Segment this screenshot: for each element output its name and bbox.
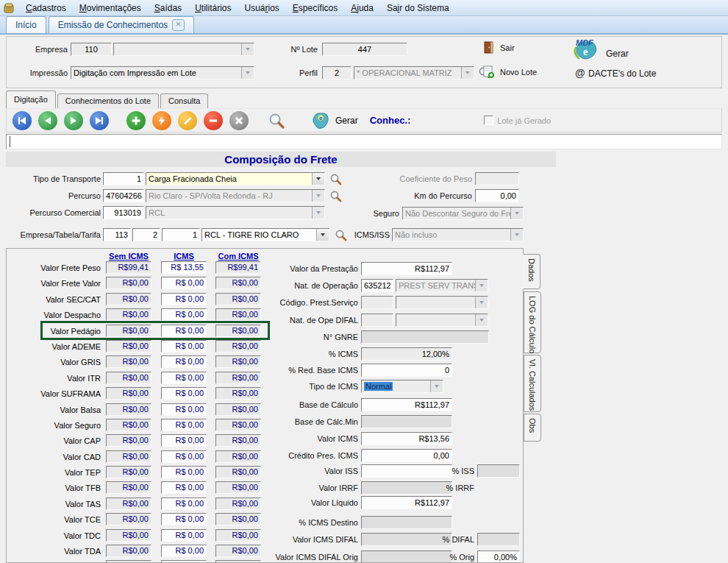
- base-calculo-field[interactable]: R$112,97: [361, 398, 452, 411]
- value-sem-icms-field[interactable]: R$0,00: [106, 481, 151, 494]
- impressao-combo[interactable]: Digitação com Impressão em Lote: [71, 66, 254, 79]
- value-com-icms-field[interactable]: R$0,00: [215, 372, 261, 384]
- dropdown-button[interactable]: [316, 229, 329, 241]
- tab-emissao-de-conhecimentos[interactable]: Emissão de Conhecimentos ✕: [49, 16, 194, 33]
- menu-item-8[interactable]: Sair do Sistema: [380, 1, 456, 15]
- pct-icms-field[interactable]: 12,00%: [361, 347, 452, 361]
- percurso-comercial-code-field[interactable]: 913019: [103, 206, 144, 219]
- valor-liquido-field[interactable]: R$112,97: [361, 496, 452, 509]
- ett-combo[interactable]: RCL - TIGRE RIO CLARO: [201, 228, 329, 241]
- value-com-icms-field[interactable]: R$0,00: [215, 529, 261, 542]
- search-icon[interactable]: [268, 112, 285, 130]
- pct-orig-field[interactable]: 0,00%: [477, 550, 520, 563]
- value-icms-field[interactable]: R$ 0,00: [161, 466, 207, 478]
- value-com-icms-field[interactable]: R$0,00: [215, 466, 261, 478]
- value-com-icms-field[interactable]: R$0,00: [215, 325, 261, 337]
- menu-item-1[interactable]: Cadastros: [19, 1, 73, 15]
- side-tab-dados[interactable]: Dados: [523, 254, 540, 289]
- tab-consulta[interactable]: Consulta: [160, 93, 208, 108]
- value-com-icms-field[interactable]: R$0,00: [215, 498, 261, 510]
- value-sem-icms-field[interactable]: R$0,00: [106, 308, 151, 321]
- lote-field[interactable]: 447: [322, 43, 407, 56]
- value-sem-icms-field[interactable]: R$0,00: [106, 513, 151, 525]
- value-com-icms-field[interactable]: R$0,00: [215, 545, 261, 557]
- lote-ja-gerado-checkbox[interactable]: [484, 116, 493, 125]
- icms-iss-combo[interactable]: Não incluso: [392, 228, 524, 241]
- novo-lote-button[interactable]: Novo Lote: [500, 68, 537, 77]
- value-icms-field[interactable]: R$ 0,00: [161, 387, 207, 400]
- value-icms-field[interactable]: R$ 0,00: [161, 403, 207, 416]
- pct-red-base-icms-field[interactable]: 0: [361, 364, 452, 377]
- side-tab-log-do-calculo[interactable]: LOG do Cálculo: [524, 291, 541, 353]
- percurso-code-field[interactable]: 47604266: [103, 189, 144, 202]
- value-sem-icms-field[interactable]: R$0,00: [106, 325, 151, 337]
- menu-item-4[interactable]: Utilitários: [188, 1, 238, 15]
- codigo-prest-servico-code-field[interactable]: [361, 296, 393, 309]
- sair-button[interactable]: Sair: [500, 43, 515, 52]
- tipo-icms-combo[interactable]: Normal: [361, 380, 443, 393]
- pct-iss-field[interactable]: [477, 464, 520, 478]
- nat-operacao-combo[interactable]: PREST SERV TRANSI: [396, 279, 488, 292]
- base-calc-min-field[interactable]: [361, 415, 452, 428]
- first-record-icon[interactable]: [13, 111, 32, 130]
- value-sem-icms-field[interactable]: R$0,00: [106, 450, 151, 463]
- value-com-icms-field[interactable]: R$0,00: [215, 434, 261, 447]
- menu-item-2[interactable]: Movimentações: [73, 1, 148, 15]
- value-com-icms-field[interactable]: R$0,00: [215, 277, 261, 289]
- value-sem-icms-field[interactable]: R$0,00: [106, 372, 151, 384]
- delete-record-icon[interactable]: [204, 111, 223, 130]
- ett-tarifa-field[interactable]: 1: [162, 228, 200, 241]
- dropdown-button[interactable]: [475, 314, 488, 326]
- empresa-name-combo[interactable]: [113, 43, 254, 56]
- dropdown-button[interactable]: [241, 43, 254, 55]
- value-icms-field[interactable]: R$ 0,00: [161, 277, 207, 289]
- dropdown-button[interactable]: [312, 207, 324, 219]
- ett-tabela-field[interactable]: 2: [132, 228, 160, 241]
- percurso-combo[interactable]: Rio Claro - SP/Volta Redonda - RJ: [146, 189, 325, 202]
- dacte-do-lote-button[interactable]: DACTE's do Lote: [588, 68, 656, 79]
- codigo-prest-servico-combo[interactable]: [396, 296, 488, 309]
- close-tab-icon[interactable]: ✕: [172, 19, 185, 31]
- value-icms-field[interactable]: R$ 0,00: [161, 560, 207, 563]
- cancel-icon[interactable]: [229, 111, 249, 130]
- value-sem-icms-field[interactable]: R$0,00: [106, 466, 151, 478]
- value-sem-icms-field[interactable]: R$0,00: [106, 434, 151, 447]
- gerar-conhecimento-button[interactable]: Gerar: [335, 116, 358, 126]
- last-record-icon[interactable]: [90, 111, 109, 130]
- credito-pres-icms-field[interactable]: 0,00: [361, 449, 452, 462]
- tipo-transporte-code-field[interactable]: 1: [103, 172, 144, 185]
- menu-item-6[interactable]: Específicos: [286, 1, 344, 15]
- value-com-icms-field[interactable]: R$0,00: [215, 308, 261, 321]
- edit-pencil-icon[interactable]: [178, 111, 197, 130]
- value-icms-field[interactable]: R$ 0,00: [161, 498, 207, 510]
- value-sem-icms-field[interactable]: R$0,00: [106, 529, 151, 542]
- value-icms-field[interactable]: R$ 13,55: [161, 261, 207, 274]
- value-sem-icms-field[interactable]: R$0,00: [106, 340, 151, 353]
- ett-empresa-field[interactable]: 113: [103, 228, 131, 241]
- tab-conhecimentos-do-lote[interactable]: Conhecimentos do Lote: [57, 93, 159, 108]
- value-icms-field[interactable]: R$ 0,00: [161, 325, 207, 337]
- menu-item-3[interactable]: Saídas: [148, 1, 188, 15]
- value-com-icms-field[interactable]: R$0,00: [215, 513, 261, 525]
- value-sem-icms-field[interactable]: R$99,41: [106, 261, 151, 274]
- dropdown-button[interactable]: [510, 208, 523, 219]
- value-sem-icms-field[interactable]: R$0,00: [106, 419, 151, 431]
- value-sem-icms-field[interactable]: R$0,00: [106, 498, 151, 510]
- value-com-icms-field[interactable]: R$0,00: [215, 387, 261, 400]
- value-icms-field[interactable]: R$ 0,00: [161, 529, 207, 542]
- value-icms-field[interactable]: R$ 0,00: [161, 372, 207, 384]
- value-com-icms-field[interactable]: R$99,41: [215, 261, 261, 274]
- valor-prestacao-field[interactable]: R$112,97: [361, 262, 452, 275]
- cte-map-icon[interactable]: e: [310, 111, 331, 130]
- value-icms-field[interactable]: R$ 0,00: [161, 481, 207, 494]
- tipo-transporte-search-icon[interactable]: [329, 173, 342, 185]
- dropdown-button[interactable]: [430, 380, 443, 392]
- value-com-icms-field[interactable]: R$0,00: [215, 481, 261, 494]
- value-com-icms-field[interactable]: R$0,00: [215, 340, 261, 353]
- gnre-field[interactable]: [361, 330, 489, 344]
- value-sem-icms-field[interactable]: R$0,00: [106, 355, 151, 368]
- value-sem-icms-field[interactable]: R$0,00: [106, 387, 151, 400]
- nat-ope-difal-code-field[interactable]: [361, 314, 393, 327]
- value-sem-icms-field[interactable]: R$0,00: [106, 293, 151, 305]
- dropdown-button[interactable]: [312, 190, 324, 202]
